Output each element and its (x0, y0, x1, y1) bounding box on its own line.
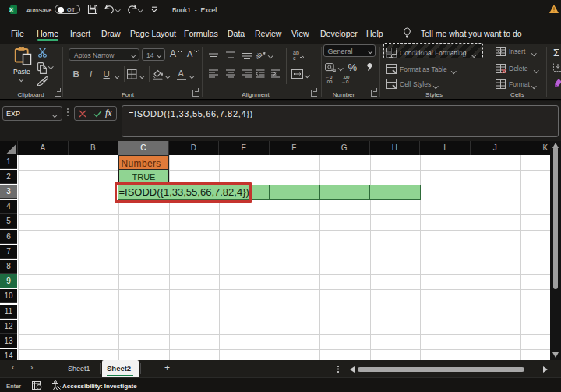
svg-text:ab: ab (293, 50, 299, 55)
svg-text:c: c (293, 55, 296, 60)
svg-text:X: X (9, 7, 13, 12)
